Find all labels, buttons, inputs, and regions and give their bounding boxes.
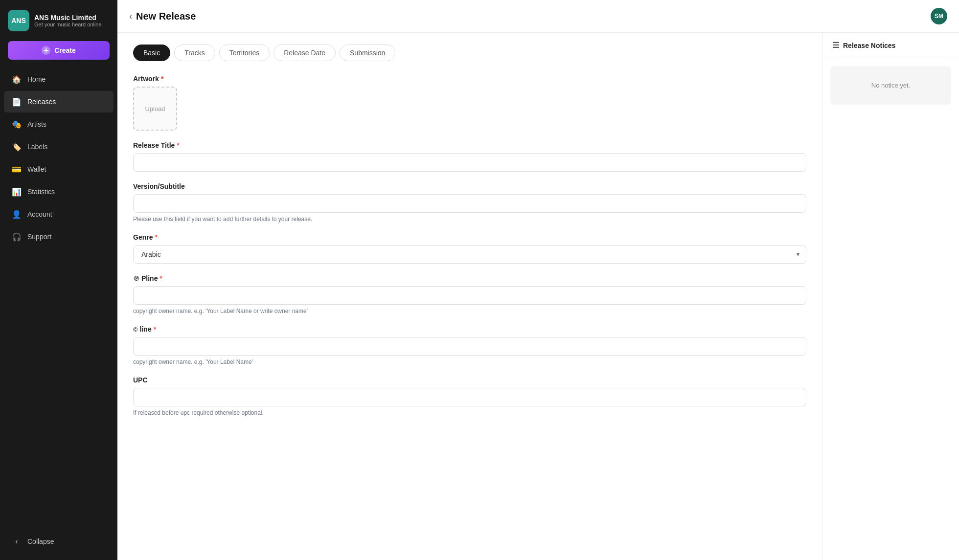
logo-text: ANS Music Limited Get your music heard o… <box>34 14 103 27</box>
tab-submission[interactable]: Submission <box>340 45 395 61</box>
logo-icon: ANS <box>8 10 29 31</box>
cline-symbol: © <box>133 326 138 333</box>
notices-title: Release Notices <box>843 42 895 49</box>
statistics-icon: 📊 <box>12 187 22 197</box>
upc-hint: If released before upc required otherwis… <box>133 409 806 416</box>
upc-input[interactable] <box>133 388 806 406</box>
sidebar-item-home[interactable]: 🏠 Home <box>4 68 114 90</box>
sidebar-item-support[interactable]: 🎧 Support <box>4 226 114 247</box>
pline-required: * <box>160 274 162 282</box>
artwork-required: * <box>161 75 163 83</box>
release-title-required: * <box>177 141 179 149</box>
pline-input[interactable] <box>133 286 806 305</box>
sidebar-label-statistics: Statistics <box>27 188 55 196</box>
sidebar-label-account: Account <box>27 210 52 218</box>
tab-tracks[interactable]: Tracks <box>174 45 215 61</box>
collapse-button[interactable]: ‹ Collapse <box>4 531 114 552</box>
cline-required: * <box>154 325 156 333</box>
sidebar-label-support: Support <box>27 233 51 241</box>
cline-input[interactable] <box>133 337 806 356</box>
nav-items: 🏠 Home 📄 Releases 🎭 Artists 🏷️ Labels 💳 … <box>0 67 117 248</box>
genre-select[interactable]: ArabicPopRockHip-HopElectronicClassicalJ… <box>133 245 806 264</box>
company-tagline: Get your music heard online. <box>34 22 103 27</box>
releases-icon: 📄 <box>12 97 22 107</box>
right-panel: ☰ Release Notices No notice yet. <box>822 33 959 560</box>
tab-basic[interactable]: Basic <box>133 45 170 61</box>
sidebar-label-wallet: Wallet <box>27 165 46 173</box>
cline-hint: copyright owner name. e.g. 'Your Label N… <box>133 358 806 365</box>
support-icon: 🎧 <box>12 232 22 242</box>
artwork-group: Artwork * Upload <box>133 75 806 131</box>
header-left: ‹ New Release <box>129 11 196 22</box>
collapse-label: Collapse <box>27 538 54 545</box>
upc-group: UPC If released before upc required othe… <box>133 376 806 416</box>
form-area: BasicTracksTerritoriesRelease DateSubmis… <box>117 33 822 560</box>
sidebar-logo: ANS ANS Music Limited Get your music hea… <box>0 0 117 37</box>
artwork-label: Artwork * <box>133 75 806 83</box>
account-icon: 👤 <box>12 209 22 219</box>
release-title-group: Release Title * <box>133 141 806 172</box>
sidebar: ANS ANS Music Limited Get your music hea… <box>0 0 117 560</box>
create-button[interactable]: ＋ Create <box>8 41 110 60</box>
artists-icon: 🎭 <box>12 119 22 129</box>
pline-symbol: ℗ <box>133 275 139 282</box>
sidebar-item-statistics[interactable]: 📊 Statistics <box>4 181 114 202</box>
tab-territories[interactable]: Territories <box>219 45 270 61</box>
notices-panel-header: ☰ Release Notices <box>822 33 959 58</box>
main-panel: ‹ New Release SM BasicTracksTerritoriesR… <box>117 0 959 560</box>
home-icon: 🏠 <box>12 74 22 84</box>
version-subtitle-group: Version/Subtitle Please use this field i… <box>133 182 806 223</box>
collapse-icon: ‹ <box>12 537 22 546</box>
labels-icon: 🏷️ <box>12 142 22 152</box>
plus-icon: ＋ <box>42 46 50 55</box>
sidebar-label-labels: Labels <box>27 143 47 151</box>
genre-label: Genre * <box>133 233 806 241</box>
user-avatar[interactable]: SM <box>931 8 947 24</box>
artwork-upload[interactable]: Upload <box>133 87 177 131</box>
pline-hint: copyright owner name. e.g. 'Your Label N… <box>133 308 806 314</box>
cline-label: © line * <box>133 325 806 333</box>
wallet-icon: 💳 <box>12 164 22 174</box>
header: ‹ New Release SM <box>117 0 959 33</box>
sidebar-item-wallet[interactable]: 💳 Wallet <box>4 158 114 180</box>
no-notice-box: No notice yet. <box>830 66 951 105</box>
pline-group: ℗ Pline * copyright owner name. e.g. 'Yo… <box>133 274 806 314</box>
release-title-input[interactable] <box>133 153 806 172</box>
genre-required: * <box>155 233 157 241</box>
company-name: ANS Music Limited <box>34 14 103 22</box>
tabs-bar: BasicTracksTerritoriesRelease DateSubmis… <box>133 45 806 61</box>
back-button[interactable]: ‹ <box>129 11 132 22</box>
notice-icon: ☰ <box>832 41 839 50</box>
upc-label: UPC <box>133 376 806 384</box>
genre-group: Genre * ArabicPopRockHip-HopElectronicCl… <box>133 233 806 264</box>
sidebar-label-releases: Releases <box>27 98 56 106</box>
sidebar-label-home: Home <box>27 75 46 83</box>
tab-release_date[interactable]: Release Date <box>274 45 336 61</box>
page-title: New Release <box>136 11 196 22</box>
genre-select-wrapper: ArabicPopRockHip-HopElectronicClassicalJ… <box>133 245 806 264</box>
release-title-label: Release Title * <box>133 141 806 149</box>
create-label: Create <box>54 46 76 54</box>
version-hint: Please use this field if you want to add… <box>133 216 806 223</box>
sidebar-item-account[interactable]: 👤 Account <box>4 203 114 225</box>
sidebar-item-labels[interactable]: 🏷️ Labels <box>4 136 114 157</box>
content-area: BasicTracksTerritoriesRelease DateSubmis… <box>117 33 959 560</box>
pline-label: ℗ Pline * <box>133 274 806 282</box>
sidebar-item-releases[interactable]: 📄 Releases <box>4 91 114 112</box>
sidebar-item-artists[interactable]: 🎭 Artists <box>4 113 114 135</box>
cline-group: © line * copyright owner name. e.g. 'You… <box>133 325 806 365</box>
version-subtitle-label: Version/Subtitle <box>133 182 806 190</box>
sidebar-label-artists: Artists <box>27 120 46 128</box>
version-subtitle-input[interactable] <box>133 194 806 213</box>
